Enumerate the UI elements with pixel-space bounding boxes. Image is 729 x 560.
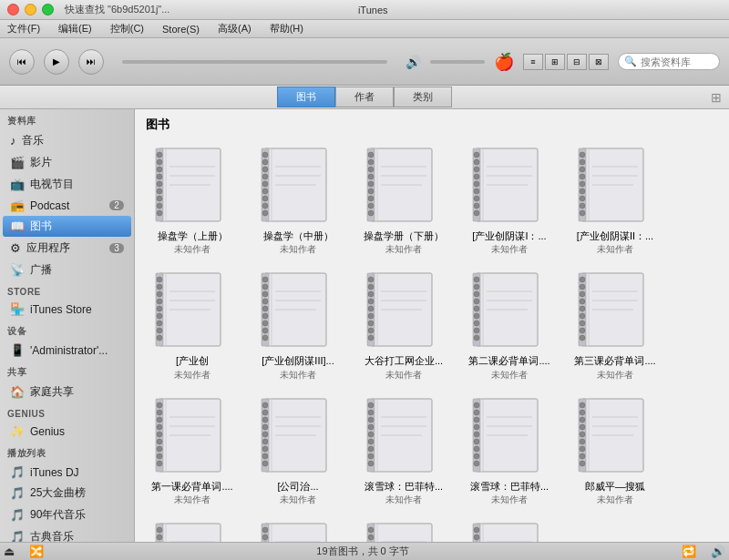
menu-store[interactable]: Store(S) — [159, 24, 203, 35]
sidebar-item-apps-label: 应用程序 — [26, 240, 70, 256]
book-item[interactable]: 滚雪球：巴菲特... 未知作者 — [459, 391, 560, 510]
progress-bar[interactable] — [122, 60, 387, 64]
svg-point-219 — [580, 453, 585, 459]
repeat-icon[interactable]: 🔁 — [682, 545, 696, 558]
tab-category[interactable]: 类别 — [394, 87, 452, 107]
book-item[interactable] — [459, 515, 560, 542]
book-cover — [574, 144, 656, 226]
book-cover — [257, 394, 339, 476]
tv-icon: 📺 — [10, 178, 25, 191]
svg-point-62 — [580, 152, 585, 158]
svg-point-80 — [157, 299, 162, 304]
svg-point-63 — [580, 159, 585, 165]
book-item[interactable]: 运作. 郎闲... 未知作者 — [354, 515, 454, 542]
sidebar-item-home-sharing[interactable]: 🏠 家庭共享 — [3, 382, 131, 402]
sidebar-item-genius[interactable]: ✨ Genius — [3, 422, 131, 441]
sidebar-item-movies[interactable]: 🎬 影片 — [3, 152, 131, 173]
svg-point-187 — [368, 439, 374, 444]
sidebar-item-podcast[interactable]: 📻 Podcast 2 — [3, 196, 131, 215]
sidebar-item-90s[interactable]: 🎵 90年代音乐 — [3, 504, 131, 525]
book-item[interactable]: [产业创 未知作者 — [142, 265, 242, 384]
close-button[interactable] — [7, 4, 19, 15]
svg-point-202 — [474, 439, 479, 444]
view-grid-button[interactable]: ⊞ — [545, 54, 565, 70]
maximize-button[interactable] — [42, 4, 54, 15]
book-author: 未知作者 — [491, 243, 528, 256]
svg-point-81 — [157, 306, 162, 311]
prev-button[interactable]: ⏮ — [9, 49, 35, 75]
book-item[interactable]: 第一课必背单词.... 未知作者 — [142, 391, 242, 510]
svg-point-83 — [157, 321, 162, 326]
next-button[interactable]: ⏭ — [78, 49, 104, 75]
svg-point-40 — [368, 210, 374, 216]
sidebar-item-tv[interactable]: 📺 电视节目 — [3, 174, 131, 195]
book-item[interactable]: 操盘学册（下册） 未知作者 — [354, 140, 454, 260]
view-cover-button[interactable]: ⊟ — [567, 54, 587, 70]
volume-statusbar-icon[interactable]: 🔊 — [711, 545, 725, 558]
genius-icon: ✨ — [10, 424, 25, 438]
menu-file[interactable]: 文件(F) — [4, 22, 44, 36]
svg-point-4 — [157, 167, 162, 172]
sidebar-item-radio[interactable]: 📡 广播 — [3, 260, 131, 280]
book-item[interactable]: 郎威平—搜狐 未知作者 — [565, 391, 665, 510]
sidebar-item-apps[interactable]: ⚙ 应用程序 3 — [3, 238, 131, 259]
menu-control[interactable]: 控制(C) — [107, 22, 148, 36]
svg-point-67 — [580, 188, 585, 194]
menu-edit[interactable]: 编辑(E) — [55, 22, 96, 36]
book-item[interactable]: 新旧国际音标对照表 未知作者 — [248, 515, 348, 542]
svg-point-144 — [580, 328, 585, 333]
menu-advanced[interactable]: 高级(A) — [214, 22, 255, 36]
search-input[interactable] — [641, 56, 714, 67]
tab-author[interactable]: 作者 — [335, 87, 394, 107]
book-cover — [363, 269, 445, 351]
menu-help[interactable]: 帮助(H) — [266, 22, 307, 36]
book-author: 未知作者 — [597, 369, 633, 382]
sidebar-item-classical[interactable]: 🎵 古典音乐 — [3, 526, 131, 542]
view-coverflow-button[interactable]: ⊠ — [589, 54, 609, 70]
play-button[interactable]: ▶ — [44, 49, 69, 75]
svg-point-3 — [157, 159, 162, 165]
tab-books[interactable]: 图书 — [277, 87, 335, 107]
book-item[interactable]: [产业创阴谋I：... 未知作者 — [459, 140, 560, 260]
svg-point-212 — [580, 402, 585, 408]
svg-point-39 — [368, 203, 374, 209]
sidebar-item-top25[interactable]: 🎵 25大金曲榜 — [3, 483, 131, 504]
sidebar-item-music[interactable]: ♪ 音乐 — [3, 130, 131, 151]
book-item[interactable]: [公司治... 未知作者 — [248, 391, 348, 510]
search-icon: 🔍 — [624, 56, 637, 67]
book-cover — [257, 144, 339, 226]
sidebar-item-itunes-store[interactable]: 🏪 iTunes Store — [3, 300, 131, 319]
book-item[interactable]: 操盘学（上册） 未知作者 — [142, 140, 242, 260]
svg-point-122 — [474, 277, 479, 282]
sidebar-item-books[interactable]: 📖 图书 — [3, 216, 131, 237]
book-item[interactable]: 第三课必背单词.... 未知作者 — [565, 265, 665, 384]
svg-point-107 — [368, 277, 374, 282]
svg-point-156 — [157, 432, 162, 437]
svg-point-129 — [474, 328, 479, 333]
menubar: 文件(F) 编辑(E) 控制(C) Store(S) 高级(A) 帮助(H) — [0, 20, 729, 38]
minimize-button[interactable] — [25, 4, 36, 15]
book-item[interactable]: 大谷打工网企业... 未知作者 — [354, 265, 454, 384]
book-title: 滚雪球：巴菲特... — [364, 480, 443, 493]
book-item[interactable]: 滚雪球：巴菲特... 未知作者 — [354, 391, 454, 510]
book-cover — [468, 144, 550, 226]
resize-handle[interactable]: ⊞ — [711, 90, 722, 105]
sidebar-item-itunes-dj[interactable]: 🎵 iTunes DJ — [3, 463, 131, 482]
book-item[interactable]: [产业创阴谋III]... 未知作者 — [248, 265, 348, 384]
book-author: 未知作者 — [597, 243, 633, 256]
book-cover — [257, 269, 339, 351]
eject-icon[interactable]: ⏏ — [4, 545, 15, 558]
shuffle-icon[interactable]: 🔀 — [29, 545, 44, 558]
book-item[interactable]: 操盘学（中册） 未知作者 — [248, 140, 348, 260]
view-list-button[interactable]: ≡ — [523, 54, 543, 70]
devices-section-label: 设备 — [0, 320, 134, 340]
svg-point-97 — [262, 313, 268, 319]
book-item[interactable]: [郎威平说：公司...] 未知作者 — [142, 515, 242, 542]
sidebar-item-device[interactable]: 📱 'Administrator'... — [3, 341, 131, 360]
book-item[interactable]: [产业创阴谋II：... 未知作者 — [565, 140, 665, 260]
volume-slider[interactable] — [430, 60, 485, 64]
svg-point-49 — [474, 167, 479, 172]
book-item[interactable]: 第二课必背单词.... 未知作者 — [459, 265, 560, 384]
svg-point-138 — [580, 284, 585, 290]
search-box[interactable]: 🔍 — [618, 53, 720, 70]
